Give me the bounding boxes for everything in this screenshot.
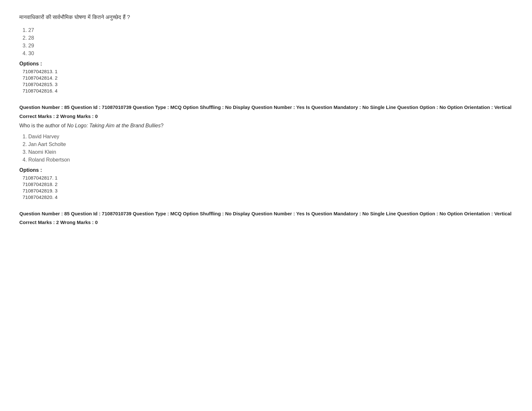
answer-option-1: 1. David Harvey: [23, 134, 513, 140]
option-id-list-2: 71087042817. 1 71087042818. 2 7108704281…: [23, 175, 513, 200]
answer-option-3: 3. 29: [23, 43, 513, 49]
option-val: 27: [28, 27, 34, 33]
answer-options-list: 1. 27 2. 28 3. 29 4. 30: [23, 27, 513, 56]
option-num: 2.: [23, 142, 28, 147]
option-val: Naomi Klein: [28, 149, 56, 155]
option-id-4: 71087042820. 4: [23, 194, 513, 200]
question-italic: No Logo: Taking Aim at the Brand Bullies: [67, 123, 161, 128]
option-id-4: 71087042816. 4: [23, 88, 513, 93]
option-num: 4.: [23, 157, 28, 162]
options-label-2: Options :: [19, 167, 513, 173]
option-val: David Harvey: [28, 134, 59, 139]
answer-option-3: 3. Naomi Klein: [23, 149, 513, 155]
question-meta: Question Number : 85 Question Id : 71087…: [19, 103, 513, 112]
option-num: 1.: [23, 134, 28, 139]
option-id-2: 71087042818. 2: [23, 181, 513, 187]
correct-marks: Correct Marks : 2 Wrong Marks : 0: [19, 113, 513, 119]
options-label: Options :: [19, 61, 513, 67]
answer-option-4: 4. Roland Robertson: [23, 157, 513, 163]
option-id-1: 71087042817. 1: [23, 175, 513, 181]
option-val: 28: [28, 35, 34, 41]
option-id-1: 71087042813. 1: [23, 69, 513, 74]
question-suffix: ?: [161, 123, 163, 128]
hindi-question: मानवाधिकारों की सार्वभौमिक घोषणा में कित…: [19, 13, 513, 22]
option-num: 4.: [23, 51, 28, 56]
question-prefix: Who is the author of: [19, 123, 67, 128]
option-val: Jan Aart Scholte: [28, 142, 66, 147]
option-num: 3.: [23, 149, 28, 155]
option-num: 3.: [23, 43, 28, 48]
answer-options-list-2: 1. David Harvey 2. Jan Aart Scholte 3. N…: [23, 134, 513, 163]
question-text: Who is the author of No Logo: Taking Aim…: [19, 123, 513, 129]
option-id-list: 71087042813. 1 71087042814. 2 7108704281…: [23, 69, 513, 93]
option-num: 2.: [23, 35, 28, 41]
option-num: 1.: [23, 27, 28, 33]
answer-option-2: 2. 28: [23, 35, 513, 41]
section-2: Question Number : 85 Question Id : 71087…: [19, 103, 513, 200]
answer-option-1: 1. 27: [23, 27, 513, 33]
correct-marks-3: Correct Marks : 2 Wrong Marks : 0: [19, 220, 513, 225]
option-val: Roland Robertson: [28, 157, 70, 162]
option-id-2: 71087042814. 2: [23, 75, 513, 81]
answer-option-2: 2. Jan Aart Scholte: [23, 142, 513, 147]
option-val: 29: [28, 43, 34, 48]
question-meta-3: Question Number : 85 Question Id : 71087…: [19, 210, 513, 218]
option-id-3: 71087042819. 3: [23, 188, 513, 193]
section-1: मानवाधिकारों की सार्वभौमिक घोषणा में कित…: [19, 13, 513, 93]
option-val: 30: [28, 51, 34, 56]
answer-option-4: 4. 30: [23, 51, 513, 56]
section-3: Question Number : 85 Question Id : 71087…: [19, 210, 513, 225]
option-id-3: 71087042815. 3: [23, 82, 513, 87]
